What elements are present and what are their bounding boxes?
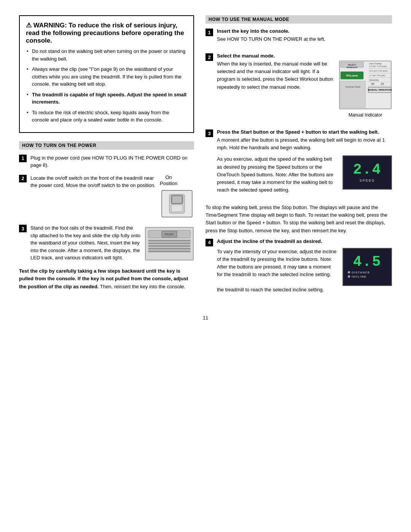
right-step-2-content: Select the manual mode. When the key is … [217,53,392,123]
right-step-1: 1 Insert the key into the console. See H… [206,28,392,47]
page-container: ⚠ WARNING: To reduce the risk of serious… [19,15,392,304]
right-step-3-para: To stop the walking belt, press the Stop… [206,204,392,235]
mode-description-row: When the key is inserted, the manual mod… [217,60,392,118]
right-step-3-text1: A moment after the button is pressed, th… [217,136,392,152]
step-3-inner: Stand on the foot rails of the treadmill… [30,224,194,262]
svg-text:FRONT: FRONT [165,233,174,236]
step-2-text-content: Locate the on/off switch on the front of… [30,175,156,189]
svg-rect-11 [148,251,190,252]
speed-digits: 2.4 [353,163,381,177]
svg-rect-34 [341,81,365,108]
step3-text2-content: As you exercise, adjust the speed of the… [217,156,333,193]
left-column: ⚠ WARNING: To reduce the risk of serious… [19,15,194,304]
warning-bullets-list: Do not stand on the walking belt when tu… [26,48,187,124]
on-position-label: On Position [160,174,177,187]
svg-text:30: 30 [371,82,374,86]
step-3-text: Stand on the foot rails of the treadmill… [30,224,141,262]
step-2-inner: Locate the on/off switch on the front of… [30,174,194,219]
incline-digits: 4.5 [353,255,381,269]
console-illustration: SELECT WORKOUT Cross Training (7.6 mph /… [339,60,392,110]
right-step-3-number: 3 [206,129,213,137]
left-section-header: HOW TO TURN ON THE POWER [19,141,194,150]
svg-text:iFit.com: iFit.com [346,74,358,77]
warning-bullet-3-text: The treadmill is capable of high speeds.… [32,92,186,105]
right-step-4-content: Adjust the incline of the treadmill as d… [217,238,392,297]
svg-rect-7 [148,240,190,241]
right-step-4: 4 Adjust the incline of the treadmill as… [206,238,392,297]
incline-dot [348,275,350,278]
svg-text:25: 25 [381,82,384,86]
step4-text-content: To vary the intensity of your exercise, … [217,249,336,277]
svg-rect-4 [171,205,183,212]
incline-labels: DISTANCE INCLINE [346,271,389,279]
right-step-1-number: 1 [206,29,213,36]
step-3-intro: Stand on the foot rails of the treadmill… [30,225,140,260]
left-step-1: 1 Plug in the power cord (see HOW TO PLU… [19,154,194,169]
rails-illustration-wrap: FRONT [145,227,194,262]
warning-bullet-1: Do not stand on the walking belt when tu… [26,48,187,62]
left-step-3: 3 Stand on the foot rails of the treadmi… [19,224,194,262]
svg-rect-10 [148,248,190,249]
svg-text:Cross Training: Cross Training [369,62,381,65]
right-column: HOW TO USE THE MANUAL MODE 1 Insert the … [206,15,392,304]
left-step-2: 2 Locate the on/off switch on the front … [19,174,194,219]
svg-text:Console Panel: Console Panel [345,86,360,88]
rails-illustration: FRONT [145,227,194,261]
right-step-4-number: 4 [206,239,213,246]
distance-label: DISTANCE [352,271,370,274]
svg-rect-3 [172,196,182,203]
mode-text: When the key is inserted, the manual mod… [217,60,333,91]
right-step-2: 2 Select the manual mode. When the key i… [206,53,392,123]
warning-box: ⚠ WARNING: To reduce the risk of serious… [19,15,194,133]
manual-indicator-label: Manual Indicator [339,112,392,118]
right-step-1-title: Insert the key into the console. [217,28,392,34]
right-step-2-title: Select the manual mode. [217,53,392,59]
right-step-2-number: 2 [206,53,213,61]
warning-bullet-2: Always wear the clip (see "I"on page 9) … [26,66,187,88]
on-label-line1: On [165,174,172,180]
right-step-3-title: Press the Start button or the Speed + bu… [217,129,392,135]
speed-display: 2.4 SPEED [342,155,392,190]
step-3-end-text: Then, reinsert the key into the console. [99,284,185,289]
right-step-3-content: Press the Start button or the Speed + bu… [217,129,392,198]
right-step-4-title: Adjust the incline of the treadmill as d… [217,238,392,244]
step-2-text: Locate the on/off switch on the front of… [30,174,156,189]
incline-display: 4.5 DISTANCE INCLINE [342,248,392,286]
console-image-wrap: SELECT WORKOUT Cross Training (7.6 mph /… [339,60,392,118]
right-step-4-end-text: the treadmill to reach the selected incl… [217,286,392,294]
warning-title-text: WARNING: [33,22,67,29]
incline-incline-row: INCLINE [348,275,366,278]
step-1-content: Plug in the power cord (see HOW TO PLUG … [30,154,194,169]
on-position-image: On Position [160,174,194,219]
warning-bullet-3: The treadmill is capable of high speeds.… [26,91,187,106]
switch-illustration [160,189,194,219]
svg-text:(7.7 mph / 5% grade): (7.7 mph / 5% grade) [369,75,386,77]
svg-text:SELECT: SELECT [348,64,356,66]
svg-text:(10.0 mph / 6.0% grade): (10.0 mph / 6.0% grade) [369,70,388,72]
incline-label: INCLINE [352,275,366,278]
right-step-3-text2: As you exercise, adjust the speed of the… [217,155,337,194]
right-step-1-content: Insert the key into the console. See HOW… [217,28,392,47]
step-1-text: Plug in the power cord (see HOW TO PLUG … [30,155,188,168]
warning-bullet-4: To reduce the risk of electric shock, ke… [26,109,187,124]
on-label-line2: Position [160,181,177,186]
speed-label: SPEED [360,179,375,182]
step-3-paragraph: Test the clip by carefully taking a few … [19,267,194,290]
step-2-number: 2 [19,175,27,182]
right-step-4-text: To vary the intensity of your exercise, … [217,248,337,279]
right-step-3-row: As you exercise, adjust the speed of the… [217,155,392,194]
page-number: 11 [19,315,392,321]
right-step-3: 3 Press the Start button or the Speed + … [206,129,392,198]
incline-distance-row: DISTANCE [348,271,370,274]
warning-title: ⚠ WARNING: To reduce the risk of serious… [26,21,187,45]
right-step-1-text: See HOW TO TURN ON THE POWER at the left… [217,35,392,43]
right-section-header: HOW TO USE THE MANUAL MODE [206,15,392,24]
step-1-number: 1 [19,155,27,162]
svg-text:WORKOUT: WORKOUT [346,66,358,69]
warning-icon: ⚠ [26,22,32,29]
step-3-number: 3 [19,225,27,232]
svg-rect-8 [148,243,190,244]
svg-text:MANUAL OPERATION: MANUAL OPERATION [368,89,392,91]
svg-text:(7.6 mph / 0.0% grade): (7.6 mph / 0.0% grade) [369,66,387,67]
right-step-4-row: To vary the intensity of your exercise, … [217,248,392,286]
